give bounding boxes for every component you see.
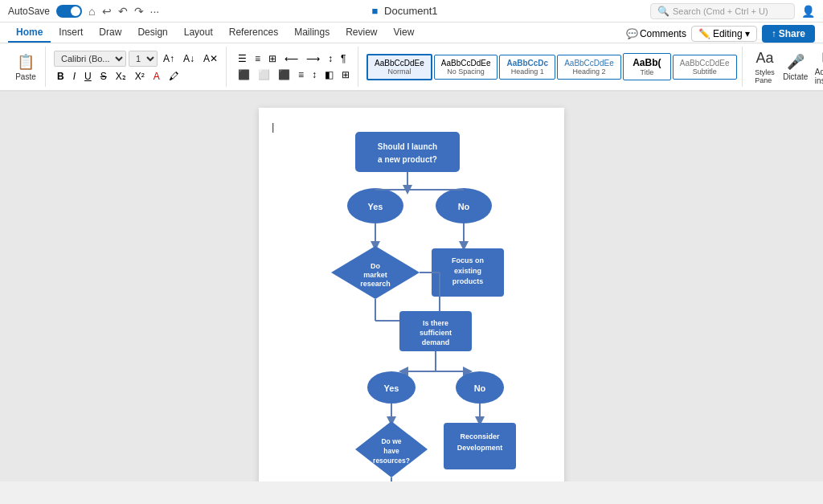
svg-text:Focus on: Focus on	[452, 256, 484, 264]
tab-mailings[interactable]: Mailings	[286, 23, 338, 43]
paragraph-group: ☰ ≡ ⊞ ⟵ ⟶ ↕ ¶ ⬛ ⬜ ⬛ ≡ ↕ ◧ ⊞	[230, 47, 358, 87]
svg-text:Development: Development	[457, 444, 503, 452]
style-heading1[interactable]: AaBbCcDc Heading 1	[499, 55, 555, 80]
undo-icon[interactable]: ↶	[118, 5, 128, 18]
multilevel-button[interactable]: ⊞	[265, 52, 280, 65]
redo-icon[interactable]: ↷	[134, 5, 144, 18]
svg-text:Should I launch: Should I launch	[378, 142, 437, 151]
flowchart-svg: Should I launch a new product? Yes No Do…	[275, 124, 548, 481]
doc-title: ■ Document1	[372, 5, 438, 17]
tools-group: Aa Styles Pane 🎤 Dictate ⊞ Add-ins ✏ Edi…	[746, 47, 823, 87]
justify-button[interactable]: ≡	[295, 68, 307, 81]
ribbon-actions: 💬 Comments ✏️ Editing ▾ ↑ Share	[626, 25, 815, 43]
style-title[interactable]: AaBb( Title	[623, 53, 671, 80]
title-bar: AutoSave ⌂ ↩ ↶ ↷ ··· ■ Document1 🔍 Searc…	[0, 0, 823, 23]
more-icon[interactable]: ···	[150, 5, 160, 18]
autosave-toggle[interactable]	[56, 5, 82, 18]
title-bar-right: 🔍 Search (Cmd + Ctrl + U) 👤	[650, 3, 815, 19]
line-spacing-button[interactable]: ↕	[309, 68, 320, 81]
style-subtitle[interactable]: AaBbCcDdEe Subtitle	[673, 55, 737, 80]
fontsize-decrease-button[interactable]: A↓	[180, 52, 198, 65]
highlight-button[interactable]: 🖍	[166, 70, 182, 83]
svg-text:Reconsider: Reconsider	[460, 432, 500, 440]
styles-icon: Aa	[756, 50, 774, 67]
share-icon: ↑	[772, 28, 776, 39]
dictate-button[interactable]: 🎤 Dictate	[781, 48, 810, 85]
addins-button[interactable]: ⊞ Add-ins	[812, 48, 823, 85]
font-color-button[interactable]: A	[150, 70, 163, 83]
svg-text:a new product?: a new product?	[378, 155, 437, 164]
tab-insert[interactable]: Insert	[51, 23, 91, 43]
home-icon[interactable]: ⌂	[88, 5, 95, 18]
paste-button[interactable]: 📋 Paste	[11, 48, 40, 85]
tab-design[interactable]: Design	[129, 23, 175, 43]
align-center-button[interactable]: ⬜	[255, 68, 273, 81]
subscript-button[interactable]: X₂	[113, 70, 129, 83]
svg-text:demand: demand	[422, 338, 450, 346]
align-left-button[interactable]: ⬛	[235, 68, 253, 81]
svg-text:Is there: Is there	[423, 319, 448, 327]
mic-icon: 🎤	[787, 53, 805, 71]
tab-home[interactable]: Home	[8, 23, 51, 43]
profile-icon[interactable]: 👤	[801, 5, 815, 18]
fontsize-selector[interactable]: 12	[129, 51, 158, 67]
strikethrough-button[interactable]: S	[97, 70, 110, 83]
search-bar[interactable]: 🔍 Search (Cmd + Ctrl + U)	[650, 3, 795, 19]
autosave-label: AutoSave	[8, 6, 50, 17]
numbering-button[interactable]: ≡	[252, 52, 264, 65]
share-button[interactable]: ↑ Share	[762, 25, 815, 43]
svg-text:Do: Do	[371, 262, 380, 270]
style-presets: AaBbCcDdEe Normal AaBbCcDdEe No Spacing …	[366, 53, 737, 80]
tab-view[interactable]: View	[386, 23, 423, 43]
ribbon-tabs: Home Insert Draw Design Layout Reference…	[0, 23, 823, 43]
svg-text:research: research	[360, 280, 391, 288]
svg-text:Yes: Yes	[384, 383, 399, 393]
svg-text:market: market	[363, 271, 387, 279]
doc-page: | Should I launch a new product? Yes No	[259, 108, 564, 481]
indent-decrease-button[interactable]: ⟵	[281, 52, 301, 65]
style-no-spacing[interactable]: AaBbCcDdEe No Spacing	[434, 55, 498, 80]
svg-text:Do we: Do we	[381, 437, 401, 445]
bullets-button[interactable]: ☰	[235, 52, 250, 65]
tab-review[interactable]: Review	[338, 23, 385, 43]
clear-format-button[interactable]: A✕	[200, 52, 221, 65]
styles-group: AaBbCcDdEe Normal AaBbCcDdEe No Spacing …	[362, 47, 743, 87]
tab-references[interactable]: References	[221, 23, 286, 43]
fontsize-increase-button[interactable]: A↑	[160, 52, 178, 65]
ribbon-toolbar: 📋 Paste Calibri (Bo... 12 A↑ A↓ A✕ B I U	[0, 43, 823, 92]
indent-increase-button[interactable]: ⟶	[303, 52, 323, 65]
underline-button[interactable]: U	[81, 70, 95, 83]
tab-layout[interactable]: Layout	[176, 23, 221, 43]
svg-text:No: No	[458, 202, 470, 211]
paste-icon: 📋	[17, 53, 35, 71]
edit-icon: ✏️	[698, 28, 710, 39]
align-right-button[interactable]: ⬛	[275, 68, 293, 81]
back-icon[interactable]: ↩	[102, 5, 112, 18]
svg-text:existing: existing	[454, 267, 481, 275]
svg-text:resources?: resources?	[373, 457, 410, 465]
show-marks-button[interactable]: ¶	[338, 52, 349, 65]
doc-area[interactable]: | Should I launch a new product? Yes No	[0, 92, 823, 481]
font-group: Calibri (Bo... 12 A↑ A↓ A✕ B I U S X₂ X²…	[49, 47, 227, 87]
chevron-down-icon: ▾	[745, 28, 750, 39]
svg-text:products: products	[452, 277, 484, 285]
tab-draw[interactable]: Draw	[91, 23, 129, 43]
superscript-button[interactable]: X²	[132, 70, 148, 83]
style-normal[interactable]: AaBbCcDdEe Normal	[366, 54, 432, 80]
sort-button[interactable]: ↕	[325, 52, 336, 65]
search-icon: 🔍	[657, 6, 669, 17]
editing-button[interactable]: ✏️ Editing ▾	[691, 26, 757, 42]
svg-text:No: No	[474, 383, 486, 393]
borders-button[interactable]: ⊞	[338, 68, 353, 81]
font-selector[interactable]: Calibri (Bo...	[54, 51, 126, 67]
comments-button[interactable]: 💬 Comments	[626, 28, 686, 39]
svg-text:sufficient: sufficient	[420, 329, 452, 337]
shading-button[interactable]: ◧	[321, 68, 337, 81]
comment-icon: 💬	[626, 28, 638, 39]
title-bar-left: AutoSave ⌂ ↩ ↶ ↷ ···	[8, 5, 159, 18]
bold-button[interactable]: B	[54, 70, 68, 83]
style-heading2[interactable]: AaBbCcDdEe Heading 2	[557, 55, 621, 80]
styles-pane-button[interactable]: Aa Styles Pane	[751, 48, 780, 85]
svg-text:have: have	[383, 447, 399, 455]
italic-button[interactable]: I	[70, 70, 79, 83]
